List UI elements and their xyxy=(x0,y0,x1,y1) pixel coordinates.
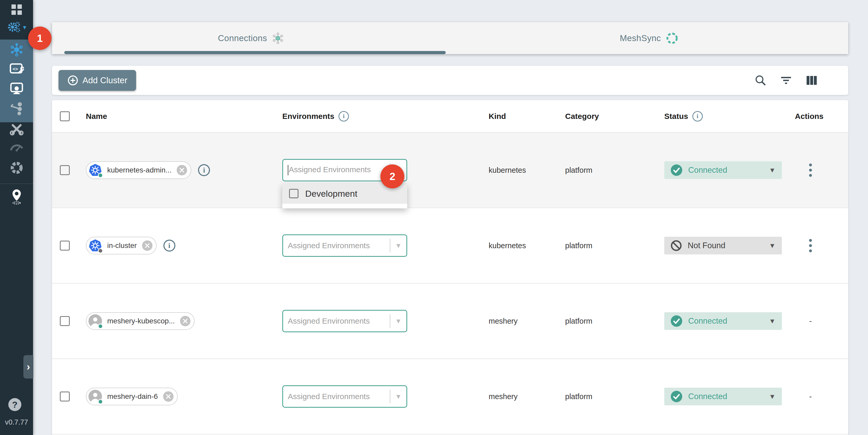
connected-check-icon xyxy=(671,164,682,176)
plus-circle-icon xyxy=(67,75,78,86)
view-columns-icon[interactable] xyxy=(806,74,817,86)
chevron-down-icon: ▼ xyxy=(769,317,776,325)
environments-placeholder: Assigned Environments xyxy=(288,392,388,401)
table-row: meshery-kubescop... Assigned Environment… xyxy=(52,284,848,359)
chevron-right-icon: › xyxy=(27,361,30,373)
header-name: Name xyxy=(86,112,107,121)
chevron-down-icon[interactable]: ▼ xyxy=(395,317,402,325)
add-cluster-button[interactable]: Add Cluster xyxy=(59,70,136,91)
info-icon[interactable]: i xyxy=(692,111,703,122)
delete-connection-icon[interactable] xyxy=(142,240,152,251)
lifecycle-gear-icon[interactable]: ▾ xyxy=(0,21,33,34)
category-cell: platform xyxy=(565,166,592,175)
row-checkbox[interactable] xyxy=(60,392,70,401)
sidebar-item-extensions-icon[interactable] xyxy=(0,160,33,176)
connection-name: in-cluster xyxy=(107,242,137,250)
no-actions-dash: - xyxy=(809,392,812,401)
header-environments: Environments i xyxy=(282,111,349,122)
status-select[interactable]: Connected ▼ xyxy=(664,387,782,405)
dashboard-icon[interactable] xyxy=(0,4,33,15)
sidebar-item-configuration-icon[interactable] xyxy=(0,122,33,136)
table-row: meshery-dain-6 Assigned Environments ▼ m… xyxy=(52,359,848,434)
sidebar-item-connections[interactable] xyxy=(0,42,33,57)
toolbar-icons xyxy=(754,66,817,95)
status-select[interactable]: Not Found ▼ xyxy=(664,237,782,254)
connection-name-chip[interactable]: in-cluster xyxy=(86,237,157,254)
row-checkbox[interactable] xyxy=(60,316,70,326)
tab-meshsync[interactable]: MeshSync xyxy=(450,22,848,54)
search-icon[interactable] xyxy=(754,74,767,86)
filter-icon[interactable] xyxy=(780,74,792,86)
annotation-step-1: 1 xyxy=(28,27,52,50)
chevron-down-icon: ▼ xyxy=(769,166,776,174)
chevron-down-icon[interactable]: ▼ xyxy=(395,393,402,401)
svg-text:<>: <> xyxy=(12,66,18,71)
info-icon[interactable]: i xyxy=(339,111,349,122)
select-divider xyxy=(390,239,390,252)
active-tab-indicator xyxy=(64,51,446,54)
connection-info-icon[interactable]: i xyxy=(163,240,175,252)
status-label: Not Found xyxy=(688,241,763,250)
chevron-down-icon: ▼ xyxy=(769,393,776,401)
sidebar-item-adapters-icon[interactable]: <> xyxy=(0,62,33,76)
tab-connections[interactable]: Connections xyxy=(52,22,450,54)
delete-connection-icon[interactable] xyxy=(163,391,174,402)
header-kind: Kind xyxy=(489,112,506,121)
option-checkbox[interactable] xyxy=(289,189,299,198)
status-label: Connected xyxy=(688,165,763,175)
status-select[interactable]: Connected ▼ xyxy=(664,161,782,179)
tabs-bar: Connections MeshSync xyxy=(52,22,848,54)
connection-name-chip[interactable]: kubernetes-admin... xyxy=(86,161,191,179)
connection-name: meshery-kubescop... xyxy=(107,317,175,325)
header-status-label: Status xyxy=(664,112,688,121)
tab-connections-label: Connections xyxy=(218,33,267,43)
meshsync-spinner-icon xyxy=(665,32,679,45)
toolbar: Add Cluster xyxy=(52,66,848,95)
environments-select[interactable]: Assigned Environments ▼ xyxy=(282,385,407,408)
chevron-down-icon: ▾ xyxy=(23,24,26,31)
help-button[interactable]: ? xyxy=(8,398,21,411)
environments-select[interactable]: Assigned Environments ▼ xyxy=(282,310,407,332)
connection-name-chip[interactable]: meshery-dain-6 xyxy=(86,387,178,405)
row-checkbox[interactable] xyxy=(60,241,70,251)
header-category: Category xyxy=(565,112,599,121)
select-divider xyxy=(390,390,390,403)
connection-name-chip[interactable]: meshery-kubescop... xyxy=(86,312,195,330)
sidebar-item-pipeline-icon[interactable] xyxy=(0,101,33,116)
sidebar-expand-button[interactable]: › xyxy=(23,355,33,378)
sidebar-item-workspace-icon[interactable] xyxy=(0,82,33,96)
connection-info-icon[interactable]: i xyxy=(198,164,210,176)
kind-cell: meshery xyxy=(489,392,518,401)
connected-check-icon xyxy=(671,315,682,327)
kubernetes-icon xyxy=(89,239,102,252)
text-cursor xyxy=(288,165,288,175)
row-checkbox[interactable] xyxy=(60,165,70,175)
annotation-step-2: 2 xyxy=(380,164,404,188)
sidebar-item-performance-icon[interactable] xyxy=(0,139,33,154)
person-avatar-icon xyxy=(89,390,102,403)
status-label: Connected xyxy=(688,392,763,401)
question-icon: ? xyxy=(12,400,18,410)
delete-connection-icon[interactable] xyxy=(177,165,187,175)
header-environments-label: Environments xyxy=(282,112,334,121)
chevron-down-icon[interactable]: ▼ xyxy=(395,242,402,250)
sidebar-item-location-pin-icon[interactable] xyxy=(0,189,33,205)
delete-connection-icon[interactable] xyxy=(180,316,190,326)
status-select[interactable]: Connected ▼ xyxy=(664,312,782,330)
select-divider xyxy=(390,314,390,328)
environments-placeholder: Assigned Environments xyxy=(289,165,371,174)
row-actions-menu[interactable] xyxy=(808,238,814,254)
table-header: Name Environments i Kind Category Status… xyxy=(52,100,848,133)
kind-cell: kubernetes xyxy=(489,242,526,250)
environments-placeholder: Assigned Environments xyxy=(288,317,388,325)
row-actions-menu[interactable] xyxy=(808,162,814,179)
option-label: Development xyxy=(305,189,357,199)
kubernetes-icon xyxy=(89,163,102,177)
environments-select[interactable]: Assigned Environments ▼ xyxy=(282,235,407,257)
connections-table: Name Environments i Kind Category Status… xyxy=(52,100,848,435)
status-label: Connected xyxy=(688,316,763,326)
sidebar-divider xyxy=(0,183,33,184)
select-all-checkbox[interactable] xyxy=(60,111,70,121)
sidebar: ▾ <> › ? xyxy=(0,0,33,435)
tab-meshsync-label: MeshSync xyxy=(620,33,661,43)
